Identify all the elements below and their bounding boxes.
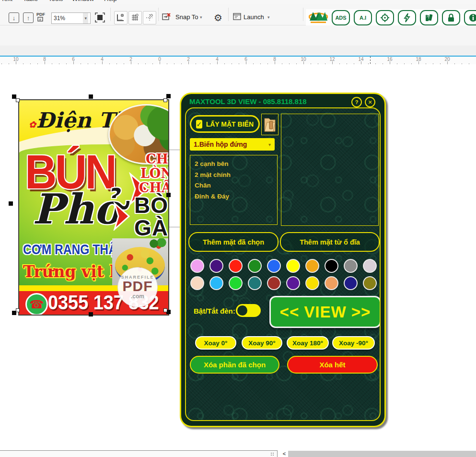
bottom-bar: < (0, 450, 476, 457)
panel-body: ✓ LẤY MẶT BIỂN 1.Biển hộp đứng ▾ 2 cạnh … (185, 107, 381, 421)
watermark-badge: SHAREFILE PDF .com (117, 267, 158, 307)
menu-window[interactable]: Window (72, 0, 94, 2)
lock-button[interactable] (442, 10, 460, 25)
view-button[interactable]: << VIEW >> (269, 296, 381, 328)
menu-table[interactable]: Table (23, 0, 38, 2)
color-swatch[interactable] (325, 259, 338, 273)
color-swatch[interactable] (267, 259, 281, 273)
face-list-item[interactable]: 2 mặt chính (195, 170, 277, 181)
toggle-knob (237, 305, 247, 316)
poster-script-word: Phở (33, 185, 121, 233)
color-swatch[interactable] (267, 276, 281, 290)
color-swatch[interactable] (190, 276, 204, 290)
menu-bar: Text Table Tools Window Help (0, 0, 476, 4)
color-swatch[interactable] (344, 276, 358, 290)
selection-handle-bottom-center[interactable] (89, 312, 93, 316)
selection-handle-top-right[interactable] (166, 94, 171, 98)
snap-to-dropdown[interactable]: Snap To ▾ (175, 13, 202, 21)
color-swatch[interactable] (344, 259, 358, 273)
launch-dropdown[interactable]: Launch ▾ (244, 13, 269, 21)
color-swatch[interactable] (190, 259, 204, 273)
lay-mat-bien-button[interactable]: ✓ LẤY MẶT BIỂN (190, 115, 260, 133)
selection-handle-top-center[interactable] (89, 94, 93, 99)
color-swatch-row-2 (190, 276, 381, 290)
resize-grip-icon[interactable] (270, 452, 274, 456)
panel-title: MAXTOOL 3D VIEW - 085.8118.818 (189, 97, 307, 105)
color-swatch[interactable] (229, 259, 243, 273)
delete-selected-button[interactable]: Xóa phần đã chọn (190, 356, 279, 374)
selection-center-mark-icon[interactable]: ✕ (81, 200, 87, 207)
publish-pdf-icon[interactable]: PDF (36, 12, 45, 22)
menu-tools[interactable]: Tools (48, 0, 63, 2)
color-swatch[interactable] (209, 259, 223, 273)
color-swatch[interactable] (229, 276, 243, 290)
selection-handle-mid-right[interactable] (166, 193, 171, 197)
info-button[interactable] (464, 10, 476, 25)
maxtool-3d-view-panel: MAXTOOL 3D VIEW - 085.8118.818 ? ✕ ✓ LẤY… (180, 93, 386, 427)
ai-button[interactable]: A.I (354, 10, 372, 25)
color-swatch[interactable] (325, 276, 338, 290)
snap-off-icon[interactable] (162, 12, 171, 22)
help-button[interactable]: ? (351, 97, 362, 107)
face-list[interactable]: 2 cạnh bên2 mặt chínhChânĐỉnh & Đáy (190, 155, 278, 225)
application-window: Text Table Tools Window Help ↓ ↑ PDF 31%… (0, 0, 476, 457)
preview-box[interactable] (281, 114, 379, 226)
horizontal-scrollbar-track[interactable] (288, 451, 476, 457)
ruler-cursor-marker (370, 57, 371, 64)
poster-right-lines: BÒ GÀ (134, 194, 168, 239)
rotate-90-button[interactable]: Xoay 90° (242, 336, 282, 350)
color-swatch[interactable] (363, 259, 377, 273)
standard-toolbar: ↓ ↑ PDF 31%▾ Snap To ▾ ⚙ (0, 4, 476, 25)
arrow-right-icon (113, 202, 130, 231)
poster-artwork[interactable]: ✿Điện Thư✿ BÚN CHẢ LÒNG CHẤM Phở BÒ GÀ C… (18, 99, 169, 316)
add-face-from-disk-button[interactable]: Thêm mặt từ ổ đĩa (280, 232, 380, 252)
lightning-button[interactable] (398, 10, 416, 25)
open-folder-button[interactable] (261, 114, 279, 135)
scroll-left-icon[interactable]: < (281, 450, 288, 457)
zoom-level-combo[interactable]: 31%▾ (51, 12, 91, 24)
phone-icon: ☎ (25, 293, 48, 316)
light-toggle[interactable] (236, 304, 261, 317)
zoom-dropdown-icon[interactable]: ▾ (83, 13, 88, 23)
close-button[interactable]: ✕ (365, 97, 375, 107)
horizontal-ruler[interactable]: 10864202468101214161820 (0, 57, 476, 65)
menu-help[interactable]: Help (104, 0, 117, 2)
face-list-item[interactable]: Đỉnh & Đáy (195, 191, 277, 202)
delete-all-button[interactable]: Xóa hết (287, 356, 378, 374)
fullscreen-icon[interactable] (95, 12, 105, 23)
show-guidelines-icon[interactable] (143, 11, 156, 24)
chevron-down-icon: ▾ (268, 142, 271, 147)
face-type-select[interactable]: 1.Biển hộp đứng ▾ (190, 138, 275, 151)
color-swatch[interactable] (305, 276, 319, 290)
object-corner-marker (16, 98, 20, 102)
color-swatch[interactable] (305, 259, 319, 273)
books-button[interactable] (420, 10, 438, 25)
document-bottom-edge (0, 450, 278, 457)
menu-text[interactable]: Text (1, 0, 12, 2)
color-swatch[interactable] (286, 259, 300, 273)
color-swatch-row-1 (190, 259, 381, 273)
target-button[interactable] (376, 10, 394, 25)
color-swatch[interactable] (286, 276, 300, 290)
color-swatch[interactable] (248, 259, 262, 273)
show-grid-icon[interactable] (128, 11, 142, 24)
rotate-neg90-button[interactable]: Xoay -90° (332, 336, 375, 350)
flower-icon: ✿ (29, 119, 36, 129)
face-list-item[interactable]: 2 cạnh bên (195, 159, 277, 170)
ads-button[interactable]: ADS (332, 10, 350, 25)
face-list-item[interactable]: Chân (195, 180, 277, 191)
color-swatch[interactable] (248, 276, 262, 290)
options-gear-icon[interactable]: ⚙ (214, 12, 222, 23)
color-swatch[interactable] (209, 276, 223, 290)
color-swatch[interactable] (363, 276, 377, 290)
rotate-0-button[interactable]: Xoay 0° (195, 336, 236, 350)
drawing-canvas[interactable]: ✿Điện Thư✿ BÚN CHẢ LÒNG CHẤM Phở BÒ GÀ C… (0, 64, 476, 450)
checkbox-checked-icon[interactable]: ✓ (196, 120, 202, 129)
add-selected-face-button[interactable]: Thêm mặt đã chọn (188, 232, 279, 252)
selection-handle-mid-left[interactable] (9, 201, 13, 206)
rotate-180-button[interactable]: Xoay 180° (287, 336, 329, 350)
import-icon[interactable]: ↓ (9, 12, 19, 23)
show-rulers-icon[interactable] (114, 11, 128, 24)
maxtool-logo (309, 10, 328, 25)
export-icon[interactable]: ↑ (23, 12, 34, 23)
